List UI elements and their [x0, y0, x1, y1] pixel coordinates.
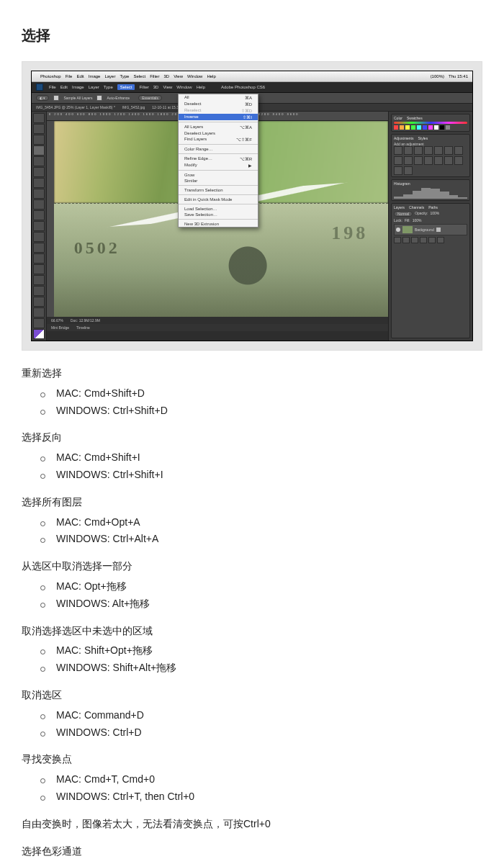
blur-tool-icon[interactable] — [33, 243, 45, 253]
fgbg-swatch-icon[interactable] — [33, 329, 45, 339]
menu-layer[interactable]: Layer — [104, 74, 115, 78]
paths-tab[interactable]: Paths — [428, 205, 438, 210]
menu-item-transform-selection[interactable]: Transform Selection — [179, 187, 258, 193]
tool-preset[interactable]: ◐ ▾ — [36, 95, 49, 101]
menu-image[interactable]: Image — [72, 85, 84, 89]
channels-tab[interactable]: Channels — [409, 205, 424, 210]
shortcut-item: WINDOWS: Alt+拖移 — [39, 595, 482, 613]
brush-tool-icon[interactable] — [33, 189, 45, 199]
workspace-switcher[interactable]: Essentials — [138, 95, 162, 101]
eraser-tool-icon[interactable] — [33, 221, 45, 231]
quick-select-tool-icon[interactable] — [33, 145, 45, 156]
menu-item-modify[interactable]: Modify▶ — [179, 162, 258, 168]
sample-all-layers-label: Sample All Layers — [63, 96, 92, 100]
menu-item-similar[interactable]: Similar — [179, 178, 258, 184]
menu-filter[interactable]: Filter — [139, 85, 148, 89]
menu-item-deselect[interactable]: Deselect⌘D — [179, 101, 258, 107]
stamp-tool-icon[interactable] — [33, 199, 45, 210]
sample-all-layers-checkbox[interactable] — [53, 95, 59, 101]
zoom-tool-icon[interactable] — [33, 318, 45, 328]
eyedropper-tool-icon[interactable] — [33, 167, 45, 177]
move-tool-icon[interactable] — [33, 113, 45, 123]
menu-3d[interactable]: 3D — [153, 85, 159, 89]
shortcut-group-title: 选择反向 — [22, 429, 482, 446]
menu-3d[interactable]: 3D — [163, 74, 169, 78]
menu-layer[interactable]: Layer — [89, 85, 99, 89]
menu-view[interactable]: View — [163, 85, 172, 89]
menu-item-load-selection[interactable]: Load Selection… — [179, 206, 258, 212]
menu-window[interactable]: Window — [176, 85, 192, 89]
menu-item-all-layers[interactable]: All Layers⌥⌘A — [179, 124, 258, 130]
layer-row-background[interactable]: Background — [394, 224, 467, 235]
path-select-tool-icon[interactable] — [33, 286, 45, 296]
document-tab[interactable]: IMG_5452.jpg — [122, 105, 145, 109]
menu-edit[interactable]: Edit — [60, 85, 68, 89]
document-tab[interactable]: IMG_5454.JPG @ 25% (Layer 1, Layer Mask/… — [36, 105, 115, 109]
mini-bridge-tab[interactable]: Mini Bridge — [51, 325, 69, 330]
menu-edit[interactable]: Edit — [76, 74, 84, 78]
group-icon[interactable] — [420, 237, 427, 243]
menu-item-edit-in-quick-mask-mode[interactable]: Edit in Quick Mask Mode — [179, 197, 258, 202]
hand-tool-icon[interactable] — [33, 307, 45, 318]
visibility-icon[interactable] — [396, 228, 400, 232]
menu-help[interactable]: Help — [197, 85, 205, 89]
swatch-grid[interactable] — [394, 125, 467, 130]
opacity-label: Opacity: — [415, 211, 428, 217]
mac-app-name[interactable]: Photoshop — [40, 74, 61, 78]
shortcut-group-title: 寻找变换点 — [22, 751, 482, 768]
photo-text-left: 0502 — [74, 238, 120, 258]
styles-tab[interactable]: Styles — [418, 136, 428, 140]
blend-mode-select[interactable]: Normal — [394, 211, 413, 217]
shortcut-item: MAC: Cmd+T, Cmd+0 — [39, 771, 482, 788]
color-tab[interactable]: Color — [394, 116, 402, 120]
pen-tool-icon[interactable] — [33, 264, 45, 274]
fill-value[interactable]: 100% — [413, 218, 422, 222]
heal-tool-icon[interactable] — [33, 178, 45, 188]
menu-item-refine-edge[interactable]: Refine Edge…⌥⌘R — [179, 156, 258, 162]
menu-item-find-layers[interactable]: Find Layers⌥⇧⌘F — [179, 136, 258, 143]
fill-label: Fill: — [405, 218, 410, 222]
new-layer-icon[interactable] — [428, 237, 436, 243]
menu-window[interactable]: Window — [187, 74, 202, 78]
adjustment-layer-icon[interactable] — [411, 237, 418, 243]
menu-select[interactable]: Select — [117, 84, 135, 90]
mask-icon[interactable] — [402, 237, 410, 243]
marquee-tool-icon[interactable] — [33, 124, 45, 134]
menu-view[interactable]: View — [174, 74, 183, 78]
menu-item-all[interactable]: All⌘A — [179, 94, 258, 101]
menu-image[interactable]: Image — [89, 74, 101, 78]
auto-enhance-checkbox[interactable] — [96, 95, 102, 101]
menu-item-color-range[interactable]: Color Range… — [179, 146, 258, 152]
menu-item-save-selection[interactable]: Save Selection… — [179, 212, 258, 217]
fx-icon[interactable] — [394, 237, 401, 243]
crop-tool-icon[interactable] — [33, 156, 45, 166]
trash-icon[interactable] — [437, 237, 444, 243]
shape-tool-icon[interactable] — [33, 297, 45, 307]
menu-filter[interactable]: Filter — [150, 74, 159, 78]
zoom-level[interactable]: 66.67% — [51, 318, 63, 323]
menu-type[interactable]: Type — [120, 74, 129, 78]
adjustment-presets[interactable] — [394, 146, 467, 175]
history-brush-tool-icon[interactable] — [33, 210, 45, 220]
layers-tab[interactable]: Layers — [394, 205, 405, 210]
swatches-tab[interactable]: Swatches — [407, 116, 423, 120]
opacity-value[interactable]: 100% — [430, 211, 439, 217]
hue-slider[interactable] — [394, 122, 467, 124]
menu-type[interactable]: Type — [104, 85, 113, 89]
type-tool-icon[interactable] — [33, 275, 45, 285]
photoshop-window: Photoshop FileEditImageLayerTypeSelectFi… — [31, 71, 473, 341]
histogram-tab[interactable]: Histogram — [394, 181, 410, 186]
menu-item-grow[interactable]: Grow — [179, 172, 258, 178]
adjustments-tab[interactable]: Adjustments — [394, 136, 414, 140]
menu-file[interactable]: File — [49, 85, 56, 89]
menu-item-new-3d-extrusion[interactable]: New 3D Extrusion — [179, 221, 258, 227]
dodge-tool-icon[interactable] — [33, 253, 45, 264]
timeline-tab[interactable]: Timeline — [76, 325, 90, 330]
menu-select[interactable]: Select — [133, 74, 145, 78]
menu-item-deselect-layers[interactable]: Deselect Layers — [179, 130, 258, 136]
gradient-tool-icon[interactable] — [33, 232, 45, 242]
menu-help[interactable]: Help — [207, 74, 215, 78]
menu-item-inverse[interactable]: Inverse⇧⌘I — [179, 114, 258, 120]
lasso-tool-icon[interactable] — [33, 135, 45, 145]
menu-file[interactable]: File — [66, 74, 73, 78]
